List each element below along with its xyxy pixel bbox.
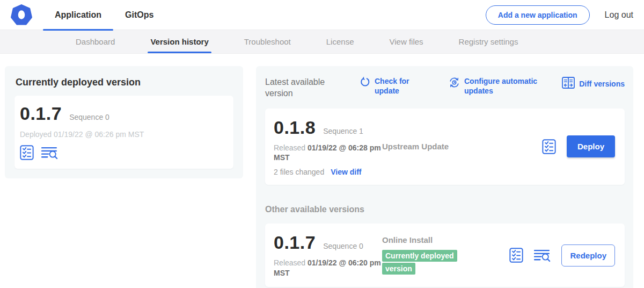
other-released-timestamp: Released 01/19/22 @ 06:20 pm MST (274, 258, 382, 278)
deployed-sequence-label: Sequence 0 (69, 113, 109, 121)
check-for-update-link[interactable]: Check for update (360, 77, 415, 96)
redeploy-button[interactable]: Redeploy (561, 244, 615, 267)
version-history-page: Currently deployed version 0.1.7 Sequenc… (0, 54, 644, 288)
add-new-application-button[interactable]: Add a new application (486, 5, 590, 25)
currently-deployed-badge: Currently deployed version (382, 250, 457, 275)
configure-automatic-updates-link[interactable]: Configure automatic updates (449, 77, 540, 96)
diff-table-icon (562, 77, 575, 91)
check-for-update-label: Check for update (375, 77, 415, 96)
logout-link[interactable]: Log out (605, 10, 633, 20)
preflight-checklist-icon[interactable] (509, 248, 523, 263)
clock-refresh-icon (449, 77, 460, 91)
latest-sequence-label: Sequence 1 (323, 127, 363, 135)
subnav-item-view-files[interactable]: View files (389, 30, 423, 53)
app-sub-nav: Dashboard Version history Troubleshoot L… (0, 30, 644, 54)
latest-version-number: 0.1.8 (274, 117, 316, 138)
latest-source-label: Upstream Update (382, 142, 542, 151)
subnav-item-license[interactable]: License (326, 30, 354, 53)
version-card-latest: 0.1.8 Sequence 1 Released 01/19/22 @ 06:… (265, 109, 625, 185)
other-source-label: Online Install (382, 235, 504, 244)
tab-application[interactable]: Application (43, 0, 113, 30)
kots-logo-icon (11, 4, 32, 26)
deploy-button[interactable]: Deploy (567, 135, 615, 157)
deploy-logs-icon[interactable] (41, 146, 58, 160)
released-prefix: Released (274, 258, 305, 267)
view-diff-link[interactable]: View diff (331, 168, 361, 176)
tab-gitops[interactable]: GitOps (113, 0, 165, 30)
currently-deployed-card: 0.1.7 Sequence 0 Deployed 01/19/22 @ 06:… (14, 96, 233, 169)
currently-deployed-title: Currently deployed version (16, 77, 233, 88)
preflight-checklist-icon[interactable] (20, 145, 34, 160)
subnav-item-dashboard[interactable]: Dashboard (76, 30, 115, 53)
available-versions-panel: Latest available version Check for updat… (256, 66, 633, 288)
version-card-other: 0.1.7 Sequence 0 Released 01/19/22 @ 06:… (265, 224, 625, 287)
subnav-item-registry-settings[interactable]: Registry settings (459, 30, 518, 53)
latest-released-timestamp: Released 01/19/22 @ 06:28 pm MST (274, 143, 382, 163)
refresh-icon (360, 77, 370, 90)
top-nav: Application GitOps Add a new application… (0, 0, 644, 30)
tab-gitops-label: GitOps (125, 10, 153, 20)
diff-versions-label: Diff versions (579, 80, 625, 89)
deployed-version-number: 0.1.7 (20, 103, 62, 124)
subnav-item-version-history[interactable]: Version history (150, 30, 208, 53)
files-changed-label: 2 files changed (274, 168, 324, 176)
deployed-timestamp: Deployed 01/19/22 @ 06:26 pm MST (20, 130, 226, 139)
tab-application-label: Application (55, 10, 101, 20)
currently-deployed-panel: Currently deployed version 0.1.7 Sequenc… (5, 66, 243, 178)
other-version-number: 0.1.7 (274, 232, 316, 253)
latest-available-title: Latest available version (265, 77, 334, 99)
released-prefix: Released (274, 143, 305, 152)
configure-automatic-updates-label: Configure automatic updates (464, 77, 540, 96)
other-available-versions-title: Other available versions (265, 205, 625, 214)
deploy-logs-icon[interactable] (534, 249, 551, 262)
preflight-checklist-icon[interactable] (542, 139, 556, 154)
subnav-item-troubleshoot[interactable]: Troubleshoot (244, 30, 291, 53)
other-sequence-label: Sequence 0 (323, 242, 363, 250)
diff-versions-link[interactable]: Diff versions (562, 77, 625, 91)
